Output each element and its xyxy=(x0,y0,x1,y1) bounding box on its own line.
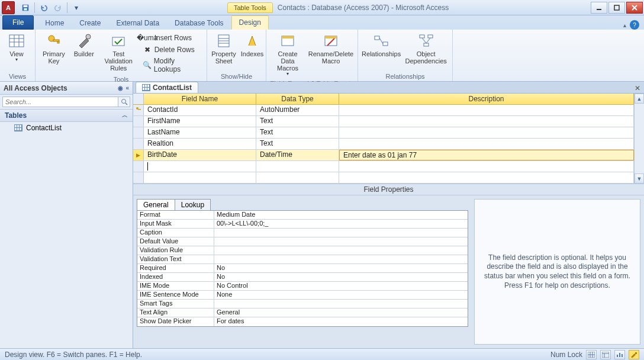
property-row[interactable]: Default Value xyxy=(137,237,468,246)
property-row[interactable]: Caption xyxy=(137,229,468,237)
vertical-scrollbar[interactable]: ▲ ▼ xyxy=(634,94,644,184)
view-datasheet-button[interactable] xyxy=(586,350,597,359)
rename-delete-macro-button[interactable]: Rename/Delete Macro xyxy=(308,31,354,66)
property-value[interactable] xyxy=(214,255,468,263)
property-value[interactable]: Medium Date xyxy=(214,211,468,219)
close-button[interactable] xyxy=(626,2,643,14)
description-cell[interactable] xyxy=(339,105,634,115)
tab-file[interactable]: File xyxy=(2,15,34,30)
view-pivotchart-button[interactable] xyxy=(614,350,625,359)
data-type-cell[interactable]: AutoNumber xyxy=(256,105,339,115)
field-name-cell[interactable]: ContactId xyxy=(144,105,256,115)
description-cell[interactable] xyxy=(339,139,634,149)
close-tab-icon[interactable]: ✕ xyxy=(632,83,643,93)
data-type-cell[interactable] xyxy=(256,172,339,183)
undo-icon[interactable] xyxy=(38,2,49,13)
property-value[interactable] xyxy=(214,300,468,308)
table-row[interactable]: FirstNameText xyxy=(133,116,634,127)
redo-icon[interactable] xyxy=(53,2,63,13)
property-value[interactable] xyxy=(214,237,468,246)
property-row[interactable]: Validation Text xyxy=(137,255,468,264)
maximize-button[interactable] xyxy=(608,2,625,14)
property-value[interactable]: General xyxy=(214,308,468,317)
table-row[interactable] xyxy=(133,161,634,172)
field-name-cell[interactable] xyxy=(144,172,256,183)
builder-button[interactable]: Builder xyxy=(71,31,97,59)
view-design-button[interactable] xyxy=(629,350,639,359)
indexes-button[interactable]: Indexes xyxy=(239,31,265,59)
ribbon-collapse-icon[interactable]: ▴ xyxy=(623,22,626,28)
search-input[interactable] xyxy=(2,97,118,107)
create-data-macros-button[interactable]: Create Data Macros▾ xyxy=(270,31,305,78)
tab-external-data[interactable]: External Data xyxy=(108,16,167,30)
property-value[interactable] xyxy=(214,229,468,237)
property-row[interactable]: Show Date PickerFor dates xyxy=(137,317,468,326)
save-icon[interactable] xyxy=(20,2,31,13)
header-description[interactable]: Description xyxy=(339,94,634,104)
data-type-cell[interactable]: Date/Time xyxy=(256,150,339,160)
data-type-cell[interactable]: Text xyxy=(256,116,339,127)
nav-item-contactlist[interactable]: ContactList xyxy=(0,122,133,134)
tab-database-tools[interactable]: Database Tools xyxy=(167,16,231,30)
view-pivottable-button[interactable] xyxy=(600,350,611,359)
primary-key-button[interactable]: Primary Key xyxy=(39,31,69,66)
field-name-cell[interactable]: BirthDate xyxy=(144,150,256,160)
chevron-up-icon[interactable]: ︿ xyxy=(122,111,128,120)
property-row[interactable]: RequiredNo xyxy=(137,264,468,273)
table-row[interactable]: ContactIdAutoNumber xyxy=(133,105,634,116)
property-value[interactable]: No xyxy=(214,273,468,281)
property-value[interactable]: None xyxy=(214,291,468,299)
row-selector[interactable] xyxy=(133,116,144,127)
description-cell[interactable] xyxy=(339,127,634,138)
row-selector[interactable]: ▶ xyxy=(133,150,144,160)
property-value[interactable]: For dates xyxy=(214,317,468,326)
help-icon[interactable]: ? xyxy=(630,20,639,30)
table-row[interactable]: ▶BirthDateDate/TimeEnter date as 01 jan … xyxy=(133,150,634,161)
data-type-cell[interactable] xyxy=(256,161,339,172)
field-name-cell[interactable] xyxy=(144,161,256,172)
property-value[interactable]: No Control xyxy=(214,282,468,290)
property-row[interactable]: FormatMedium Date xyxy=(137,211,468,220)
row-selector[interactable] xyxy=(133,105,144,115)
property-value[interactable]: 00\->L<LL\-00;0;_ xyxy=(214,220,468,228)
row-selector[interactable] xyxy=(133,127,144,138)
property-row[interactable]: Text AlignGeneral xyxy=(137,308,468,317)
header-data-type[interactable]: Data Type xyxy=(256,94,339,104)
nav-group-tables[interactable]: Tables ︿ xyxy=(0,109,133,122)
navpane-collapse-icon[interactable]: « xyxy=(125,85,129,91)
scroll-up-icon[interactable]: ▲ xyxy=(635,94,644,104)
description-cell[interactable] xyxy=(339,172,634,183)
property-row[interactable]: Validation Rule xyxy=(137,246,468,255)
navpane-header[interactable]: All Access Objects ◉ « xyxy=(0,82,133,95)
description-cell[interactable]: Enter date as 01 jan 77 xyxy=(339,150,634,160)
description-cell[interactable] xyxy=(339,116,634,127)
property-row[interactable]: IndexedNo xyxy=(137,273,468,282)
property-value[interactable]: No xyxy=(214,264,468,272)
scroll-down-icon[interactable]: ▼ xyxy=(635,173,644,184)
view-button[interactable]: View▾ xyxy=(4,31,30,64)
tab-create[interactable]: Create xyxy=(72,16,108,30)
tab-home[interactable]: Home xyxy=(37,16,72,30)
header-field-name[interactable]: Field Name xyxy=(144,94,256,104)
modify-lookups-button[interactable]: 🔍Modify Lookups xyxy=(140,56,203,74)
property-row[interactable]: IME ModeNo Control xyxy=(137,282,468,291)
object-dependencies-button[interactable]: Object Dependencies xyxy=(403,31,449,66)
qat-customize-icon[interactable]: ▾ xyxy=(71,2,82,13)
property-row[interactable]: IME Sentence ModeNone xyxy=(137,291,468,300)
field-name-cell[interactable]: Realtion xyxy=(144,139,256,149)
property-row[interactable]: Input Mask00\->L<LL\-00;0;_ xyxy=(137,220,468,229)
row-selector[interactable] xyxy=(133,139,144,149)
insert-rows-button[interactable]: �umaInsert Rows xyxy=(140,33,203,43)
search-icon[interactable] xyxy=(118,97,130,107)
table-row[interactable]: RealtionText xyxy=(133,139,634,150)
navpane-filter-icon[interactable]: ◉ xyxy=(118,85,123,91)
row-selector[interactable] xyxy=(133,161,144,172)
minimize-button[interactable] xyxy=(591,2,607,14)
relationships-button[interactable]: Relationships xyxy=(362,31,401,59)
field-name-cell[interactable]: LastName xyxy=(144,127,256,138)
document-tab-contactlist[interactable]: ContactList xyxy=(136,82,198,93)
test-validation-button[interactable]: Test Validation Rules xyxy=(99,31,138,73)
description-cell[interactable] xyxy=(339,161,634,172)
data-type-cell[interactable]: Text xyxy=(256,127,339,138)
tab-lookup[interactable]: Lookup xyxy=(175,199,211,210)
